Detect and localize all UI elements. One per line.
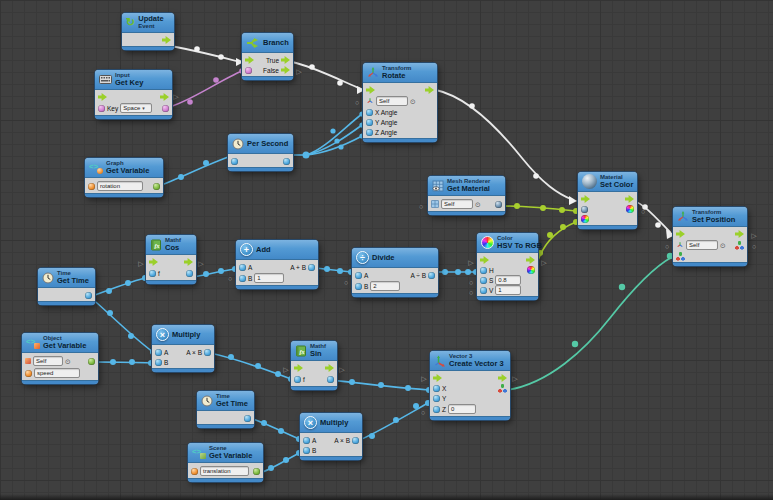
unconnected-value-marker[interactable]: ○ xyxy=(344,279,348,286)
vector-out-port[interactable] xyxy=(498,384,507,393)
wire-gettime-to-multiply-a[interactable] xyxy=(90,297,156,355)
node-sin[interactable]: fx Mathf Sin f xyxy=(291,341,337,390)
key-out-port[interactable] xyxy=(162,105,169,112)
flow-out-true-port[interactable] xyxy=(281,56,290,64)
flow-out-port[interactable] xyxy=(735,230,744,238)
value-in-port[interactable] xyxy=(231,158,238,165)
wire-multiply2-to-vector3-y[interactable] xyxy=(354,400,431,444)
value-out-port[interactable] xyxy=(283,158,290,165)
flow-out-port[interactable] xyxy=(498,374,507,382)
variable-name-field[interactable]: translation xyxy=(200,466,249,476)
material-out-port[interactable] xyxy=(495,201,502,208)
flow-out-port[interactable] xyxy=(162,36,171,44)
x-angle-port[interactable] xyxy=(366,109,373,116)
node-scene-get-variable[interactable]: <> Scene Get Variable translation xyxy=(188,443,263,482)
unconnected-flow-marker[interactable]: ▷ xyxy=(296,68,301,75)
color-in-port[interactable] xyxy=(581,215,589,223)
node-rotate[interactable]: Transform Rotate Self ⊙ X Angle Y Angle … xyxy=(363,63,437,142)
y-in-port[interactable] xyxy=(433,395,440,402)
target-icon[interactable]: ⊙ xyxy=(720,242,726,249)
unconnected-flow-marker[interactable]: ▷ xyxy=(751,232,756,239)
flow-out-false-port[interactable] xyxy=(281,66,290,74)
unconnected-value-marker[interactable]: ○ xyxy=(355,99,359,106)
node-divide[interactable]: ÷ Divide A A ÷ B B 2 xyxy=(352,248,438,297)
name-in-port[interactable] xyxy=(88,183,95,190)
a-in-port[interactable] xyxy=(303,437,310,444)
wire-persecond-to-rotate-angles[interactable] xyxy=(286,111,365,158)
unconnected-value-marker[interactable]: ○ xyxy=(665,243,669,250)
flow-in-port[interactable] xyxy=(245,56,254,64)
unconnected-value-marker[interactable]: ○ xyxy=(419,203,423,210)
flow-in-port[interactable] xyxy=(581,195,590,203)
node-get-time-b[interactable]: Time Get Time xyxy=(197,391,254,428)
unconnected-flow-marker[interactable]: ▷ xyxy=(173,93,178,100)
flow-in-port[interactable] xyxy=(676,230,685,238)
node-set-color[interactable]: Material Set Color xyxy=(578,172,637,229)
flow-in-port[interactable] xyxy=(294,364,303,372)
node-per-second[interactable]: Per Second xyxy=(228,134,293,171)
wire-gettime2-to-multiply2-a[interactable] xyxy=(247,415,302,442)
name-in-port[interactable] xyxy=(191,468,198,475)
v-value-field[interactable]: 1 xyxy=(495,285,521,295)
wire-add-to-divide[interactable] xyxy=(312,265,354,275)
value-out-port[interactable] xyxy=(88,358,95,365)
node-add[interactable]: + Add A A + B B 1 xyxy=(236,240,318,289)
vector-out-port[interactable] xyxy=(735,241,744,250)
wire-gettime-to-cos[interactable] xyxy=(87,275,148,300)
unconnected-flow-marker[interactable]: ▷ xyxy=(339,366,344,373)
node-multiply-b[interactable]: × Multiply A A × B B xyxy=(300,413,362,460)
node-multiply-a[interactable]: × Multiply A A × B B xyxy=(152,325,214,372)
self-field[interactable]: Self xyxy=(376,96,408,106)
unconnected-flow-marker[interactable]: ▷ xyxy=(512,375,517,382)
unconnected-flow-marker[interactable]: ▷ xyxy=(198,260,203,267)
unconnected-value-marker[interactable]: ○ xyxy=(641,208,645,215)
b-in-port[interactable] xyxy=(355,283,362,290)
a-in-port[interactable] xyxy=(155,349,162,356)
name-in-port[interactable] xyxy=(25,370,32,377)
node-hsv-to-rgb[interactable]: Color HSV To RGB H S 0.8 V 1 xyxy=(477,233,538,300)
b-in-port[interactable] xyxy=(155,359,162,366)
key-in-port[interactable] xyxy=(98,105,105,112)
s-in-port[interactable] xyxy=(480,277,487,284)
key-dropdown[interactable]: Space xyxy=(120,103,152,113)
position-in-port[interactable] xyxy=(676,252,685,261)
time-out-port[interactable] xyxy=(244,415,251,422)
node-create-vector3[interactable]: Vector 3 Create Vector 3 X Y Z 0 xyxy=(430,351,510,420)
flow-in-port[interactable] xyxy=(98,93,107,101)
flow-in-port[interactable] xyxy=(433,374,442,382)
flow-out-port[interactable] xyxy=(625,195,634,203)
a-in-port[interactable] xyxy=(355,272,362,279)
wire-multiply-to-sin[interactable] xyxy=(207,350,294,382)
f-in-port[interactable] xyxy=(149,270,156,277)
result-out-port[interactable] xyxy=(308,264,315,271)
node-cos[interactable]: fx Mathf Cos f xyxy=(146,235,196,284)
wire-sin-to-vector3-x[interactable] xyxy=(327,377,432,393)
b-in-port[interactable] xyxy=(303,447,310,454)
b-in-port[interactable] xyxy=(239,275,246,282)
wire-update-to-branch[interactable] xyxy=(166,45,244,66)
node-set-position[interactable]: Transform Set Position Self ⊙ xyxy=(673,207,747,266)
color-out-port[interactable] xyxy=(527,266,535,274)
node-get-key[interactable]: Input Get Key Key Space xyxy=(95,70,172,119)
unconnected-flow-marker[interactable]: ▷ xyxy=(138,260,143,267)
material-in-port[interactable] xyxy=(581,206,588,213)
result-out-port[interactable] xyxy=(327,376,334,383)
node-branch[interactable]: Branch True False xyxy=(242,33,293,80)
flow-out-port[interactable] xyxy=(184,258,193,266)
unconnected-value-marker[interactable]: ○ xyxy=(752,243,756,250)
z-angle-port[interactable] xyxy=(366,129,373,136)
unconnected-flow-marker[interactable]: ▷ xyxy=(421,375,426,382)
target-icon[interactable]: ⊙ xyxy=(410,98,416,105)
result-out-port[interactable] xyxy=(428,272,435,279)
z-in-port[interactable] xyxy=(433,406,440,413)
flow-out-port[interactable] xyxy=(160,93,169,101)
unconnected-value-marker[interactable]: ○ xyxy=(228,275,232,282)
wire-getmaterial-to-setcolor-material[interactable] xyxy=(499,203,579,214)
result-out-port[interactable] xyxy=(352,437,359,444)
result-out-port[interactable] xyxy=(204,349,211,356)
target-icon[interactable]: ⊙ xyxy=(65,358,71,365)
variable-name-field[interactable]: rotation xyxy=(97,181,143,191)
node-graph-get-variable[interactable]: <> Graph Get Variable rotation xyxy=(85,158,163,197)
value-out-port[interactable] xyxy=(253,468,260,475)
unconnected-value-marker[interactable]: ○ xyxy=(421,409,425,416)
